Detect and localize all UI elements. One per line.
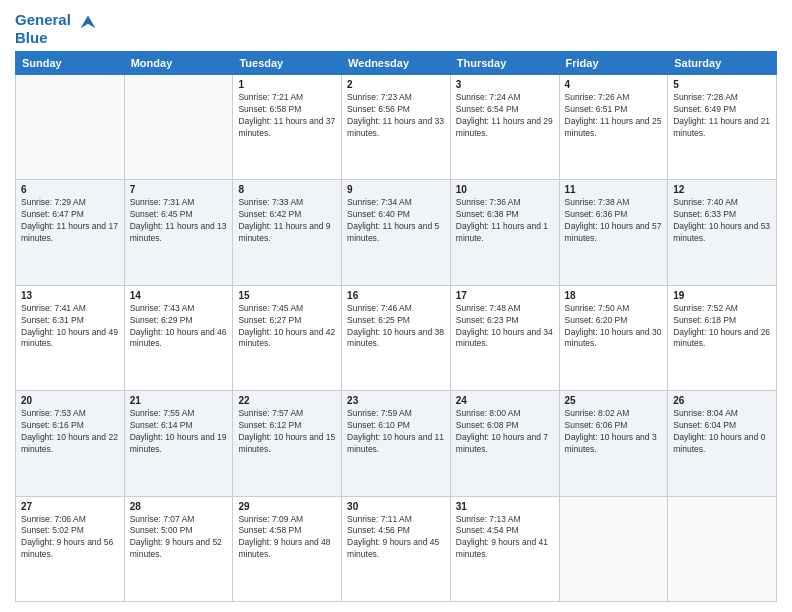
calendar-cell: 10Sunrise: 7:36 AMSunset: 6:38 PMDayligh…: [450, 180, 559, 285]
day-number: 6: [21, 184, 119, 195]
day-number: 21: [130, 395, 228, 406]
day-info: Sunrise: 7:57 AMSunset: 6:12 PMDaylight:…: [238, 408, 336, 456]
day-number: 29: [238, 501, 336, 512]
calendar-cell: 7Sunrise: 7:31 AMSunset: 6:45 PMDaylight…: [124, 180, 233, 285]
calendar-cell: 18Sunrise: 7:50 AMSunset: 6:20 PMDayligh…: [559, 285, 668, 390]
day-number: 13: [21, 290, 119, 301]
day-number: 20: [21, 395, 119, 406]
day-number: 14: [130, 290, 228, 301]
day-number: 17: [456, 290, 554, 301]
day-info: Sunrise: 7:55 AMSunset: 6:14 PMDaylight:…: [130, 408, 228, 456]
calendar-cell: 26Sunrise: 8:04 AMSunset: 6:04 PMDayligh…: [668, 391, 777, 496]
day-number: 8: [238, 184, 336, 195]
calendar-cell: 24Sunrise: 8:00 AMSunset: 6:08 PMDayligh…: [450, 391, 559, 496]
weekday-header-tuesday: Tuesday: [233, 52, 342, 75]
calendar-cell: 31Sunrise: 7:13 AMSunset: 4:54 PMDayligh…: [450, 496, 559, 601]
svg-marker-0: [81, 16, 96, 29]
calendar-week-row: 6Sunrise: 7:29 AMSunset: 6:47 PMDaylight…: [16, 180, 777, 285]
day-info: Sunrise: 7:36 AMSunset: 6:38 PMDaylight:…: [456, 197, 554, 245]
day-number: 5: [673, 79, 771, 90]
calendar-cell: 25Sunrise: 8:02 AMSunset: 6:06 PMDayligh…: [559, 391, 668, 496]
header: General Blue: [15, 10, 777, 45]
calendar-cell: 1Sunrise: 7:21 AMSunset: 6:58 PMDaylight…: [233, 75, 342, 180]
calendar-cell: 6Sunrise: 7:29 AMSunset: 6:47 PMDaylight…: [16, 180, 125, 285]
weekday-header-thursday: Thursday: [450, 52, 559, 75]
day-number: 23: [347, 395, 445, 406]
day-info: Sunrise: 7:28 AMSunset: 6:49 PMDaylight:…: [673, 92, 771, 140]
day-info: Sunrise: 7:46 AMSunset: 6:25 PMDaylight:…: [347, 303, 445, 351]
day-info: Sunrise: 7:48 AMSunset: 6:23 PMDaylight:…: [456, 303, 554, 351]
day-info: Sunrise: 7:50 AMSunset: 6:20 PMDaylight:…: [565, 303, 663, 351]
calendar-header-row: SundayMondayTuesdayWednesdayThursdayFrid…: [16, 52, 777, 75]
day-info: Sunrise: 7:06 AMSunset: 5:02 PMDaylight:…: [21, 514, 119, 562]
calendar-cell: 21Sunrise: 7:55 AMSunset: 6:14 PMDayligh…: [124, 391, 233, 496]
calendar-cell: 19Sunrise: 7:52 AMSunset: 6:18 PMDayligh…: [668, 285, 777, 390]
day-number: 16: [347, 290, 445, 301]
weekday-header-monday: Monday: [124, 52, 233, 75]
logo: General Blue: [15, 10, 99, 45]
logo-subtext: Blue: [15, 30, 99, 45]
calendar-cell: 9Sunrise: 7:34 AMSunset: 6:40 PMDaylight…: [342, 180, 451, 285]
calendar-cell: 28Sunrise: 7:07 AMSunset: 5:00 PMDayligh…: [124, 496, 233, 601]
day-number: 27: [21, 501, 119, 512]
weekday-header-friday: Friday: [559, 52, 668, 75]
day-number: 1: [238, 79, 336, 90]
day-number: 9: [347, 184, 445, 195]
day-number: 7: [130, 184, 228, 195]
day-info: Sunrise: 7:13 AMSunset: 4:54 PMDaylight:…: [456, 514, 554, 562]
day-info: Sunrise: 7:43 AMSunset: 6:29 PMDaylight:…: [130, 303, 228, 351]
calendar-week-row: 20Sunrise: 7:53 AMSunset: 6:16 PMDayligh…: [16, 391, 777, 496]
calendar-cell: [16, 75, 125, 180]
day-number: 19: [673, 290, 771, 301]
calendar-week-row: 13Sunrise: 7:41 AMSunset: 6:31 PMDayligh…: [16, 285, 777, 390]
calendar-cell: 2Sunrise: 7:23 AMSunset: 6:56 PMDaylight…: [342, 75, 451, 180]
calendar-cell: 14Sunrise: 7:43 AMSunset: 6:29 PMDayligh…: [124, 285, 233, 390]
calendar-cell: 30Sunrise: 7:11 AMSunset: 4:56 PMDayligh…: [342, 496, 451, 601]
day-info: Sunrise: 7:29 AMSunset: 6:47 PMDaylight:…: [21, 197, 119, 245]
day-info: Sunrise: 7:11 AMSunset: 4:56 PMDaylight:…: [347, 514, 445, 562]
calendar-cell: [668, 496, 777, 601]
calendar-cell: 20Sunrise: 7:53 AMSunset: 6:16 PMDayligh…: [16, 391, 125, 496]
weekday-header-sunday: Sunday: [16, 52, 125, 75]
day-number: 28: [130, 501, 228, 512]
day-info: Sunrise: 7:21 AMSunset: 6:58 PMDaylight:…: [238, 92, 336, 140]
day-info: Sunrise: 7:52 AMSunset: 6:18 PMDaylight:…: [673, 303, 771, 351]
day-info: Sunrise: 7:24 AMSunset: 6:54 PMDaylight:…: [456, 92, 554, 140]
day-number: 24: [456, 395, 554, 406]
weekday-header-saturday: Saturday: [668, 52, 777, 75]
day-number: 30: [347, 501, 445, 512]
day-info: Sunrise: 7:23 AMSunset: 6:56 PMDaylight:…: [347, 92, 445, 140]
calendar-cell: [559, 496, 668, 601]
calendar-cell: [124, 75, 233, 180]
day-info: Sunrise: 7:53 AMSunset: 6:16 PMDaylight:…: [21, 408, 119, 456]
calendar-week-row: 1Sunrise: 7:21 AMSunset: 6:58 PMDaylight…: [16, 75, 777, 180]
logo-bird-icon: [77, 10, 99, 32]
calendar-cell: 22Sunrise: 7:57 AMSunset: 6:12 PMDayligh…: [233, 391, 342, 496]
day-number: 18: [565, 290, 663, 301]
day-info: Sunrise: 8:04 AMSunset: 6:04 PMDaylight:…: [673, 408, 771, 456]
calendar-cell: 3Sunrise: 7:24 AMSunset: 6:54 PMDaylight…: [450, 75, 559, 180]
day-info: Sunrise: 8:02 AMSunset: 6:06 PMDaylight:…: [565, 408, 663, 456]
day-number: 12: [673, 184, 771, 195]
calendar-cell: 27Sunrise: 7:06 AMSunset: 5:02 PMDayligh…: [16, 496, 125, 601]
day-info: Sunrise: 7:38 AMSunset: 6:36 PMDaylight:…: [565, 197, 663, 245]
day-info: Sunrise: 7:40 AMSunset: 6:33 PMDaylight:…: [673, 197, 771, 245]
calendar-cell: 15Sunrise: 7:45 AMSunset: 6:27 PMDayligh…: [233, 285, 342, 390]
day-number: 3: [456, 79, 554, 90]
calendar-cell: 11Sunrise: 7:38 AMSunset: 6:36 PMDayligh…: [559, 180, 668, 285]
day-info: Sunrise: 7:45 AMSunset: 6:27 PMDaylight:…: [238, 303, 336, 351]
day-number: 26: [673, 395, 771, 406]
calendar-cell: 23Sunrise: 7:59 AMSunset: 6:10 PMDayligh…: [342, 391, 451, 496]
calendar-cell: 17Sunrise: 7:48 AMSunset: 6:23 PMDayligh…: [450, 285, 559, 390]
calendar-cell: 4Sunrise: 7:26 AMSunset: 6:51 PMDaylight…: [559, 75, 668, 180]
day-number: 11: [565, 184, 663, 195]
day-info: Sunrise: 7:59 AMSunset: 6:10 PMDaylight:…: [347, 408, 445, 456]
day-info: Sunrise: 7:33 AMSunset: 6:42 PMDaylight:…: [238, 197, 336, 245]
calendar-cell: 8Sunrise: 7:33 AMSunset: 6:42 PMDaylight…: [233, 180, 342, 285]
day-info: Sunrise: 8:00 AMSunset: 6:08 PMDaylight:…: [456, 408, 554, 456]
calendar-cell: 12Sunrise: 7:40 AMSunset: 6:33 PMDayligh…: [668, 180, 777, 285]
calendar-cell: 5Sunrise: 7:28 AMSunset: 6:49 PMDaylight…: [668, 75, 777, 180]
day-info: Sunrise: 7:09 AMSunset: 4:58 PMDaylight:…: [238, 514, 336, 562]
calendar-cell: 16Sunrise: 7:46 AMSunset: 6:25 PMDayligh…: [342, 285, 451, 390]
day-info: Sunrise: 7:31 AMSunset: 6:45 PMDaylight:…: [130, 197, 228, 245]
